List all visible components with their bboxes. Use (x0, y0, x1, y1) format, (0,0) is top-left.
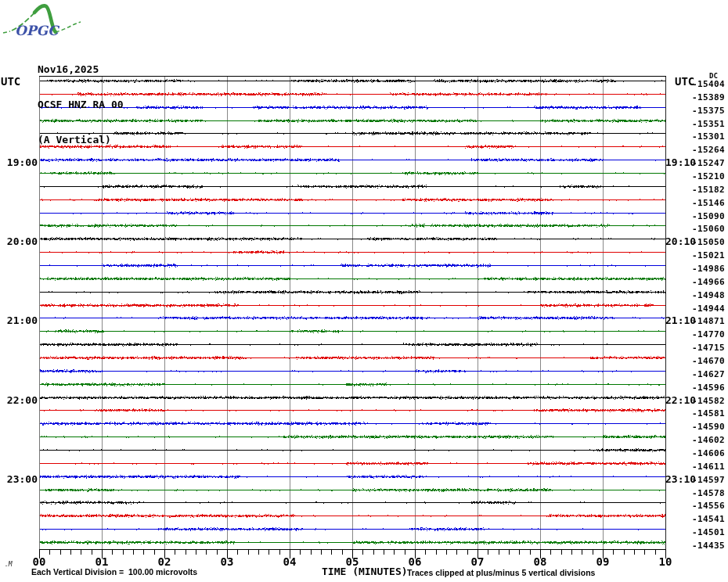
dc-value: -14541 (692, 514, 725, 524)
dc-value: -14596 (692, 383, 725, 393)
dc-value: -14986 (692, 264, 725, 274)
dc-value: -14602 (692, 435, 725, 445)
dc-value: -14966 (692, 277, 725, 287)
minute-tick-label: 08 (528, 556, 553, 568)
header-channel: (A Vertical) (38, 134, 124, 146)
minute-tick-label: 07 (465, 556, 490, 568)
dc-value: -14871 (692, 316, 725, 326)
hour-label-left: 22:00 (0, 394, 38, 406)
logo-text: OPGC (15, 23, 60, 38)
corner-mark: .M (5, 561, 13, 568)
dc-value: -15090 (692, 211, 725, 221)
helicorder-page: { "logo": { "text": "OPGC", "text_color"… (0, 0, 728, 582)
dc-value: -15210 (692, 171, 725, 181)
hour-label-left: 19:00 (0, 156, 38, 168)
dc-value: -14582 (692, 396, 725, 406)
dc-value: -15389 (692, 92, 725, 102)
dc-value: -15060 (692, 224, 725, 234)
minute-tick-label: 00 (27, 556, 52, 568)
dc-value: -14435 (692, 541, 725, 551)
minute-tick-label: 04 (277, 556, 302, 568)
dc-value: -15146 (692, 198, 725, 208)
dc-value: -14581 (692, 408, 725, 419)
minute-tick-label: 02 (152, 556, 177, 568)
dc-value: -14556 (692, 501, 725, 511)
header-date: Nov16,2025 (38, 63, 124, 75)
dc-value: -14597 (692, 475, 725, 485)
minute-tick-label: 03 (214, 556, 240, 568)
dc-value: -14590 (692, 422, 725, 432)
hour-label-left: 21:00 (0, 314, 38, 326)
dc-value: -14606 (692, 448, 725, 458)
dc-value: -15182 (692, 185, 725, 195)
vertical-division-note: Each Vertical Division = 100.00 microvol… (31, 567, 197, 577)
hour-label-left: 23:00 (0, 473, 38, 485)
dc-value: -15351 (692, 119, 725, 129)
hour-label-left: 20:00 (0, 235, 38, 247)
minute-tick-label: 10 (653, 556, 678, 568)
dc-value: -14611 (692, 462, 725, 472)
header-block: Nov16,2025 OCSF HNZ RA 00 (A Vertical) (38, 40, 124, 157)
dc-value: -15021 (692, 250, 725, 260)
opgc-logo: OPGC (2, 2, 89, 41)
dc-value: -14501 (692, 527, 725, 537)
dc-value: -15375 (692, 106, 725, 116)
utc-title-left: UTC (1, 75, 20, 88)
dc-value: -15264 (692, 145, 725, 155)
dc-value: -14670 (692, 356, 725, 366)
minute-tick-label: 01 (89, 556, 114, 568)
dc-value: -14770 (692, 329, 725, 340)
dc-value: -15050 (692, 237, 725, 247)
dc-value: -14627 (692, 369, 725, 379)
dc-value: -15247 (692, 158, 725, 168)
x-axis-title: TIME (MINUTES) (322, 566, 408, 577)
dc-value: -14944 (692, 304, 725, 314)
logo-curve-tail-dash (56, 22, 81, 32)
minute-tick-label: 09 (590, 556, 615, 568)
dc-value: -14948 (692, 290, 725, 300)
dc-value: -15404 (692, 79, 725, 89)
dc-value: -14715 (692, 343, 725, 353)
clip-note: Traces clipped at plus/minus 5 vertical … (407, 568, 595, 577)
dc-value: -15301 (692, 131, 725, 142)
header-station: OCSF HNZ RA 00 (38, 99, 124, 110)
dc-value: -14578 (692, 488, 725, 498)
logo-curve-left-dash (3, 31, 10, 33)
